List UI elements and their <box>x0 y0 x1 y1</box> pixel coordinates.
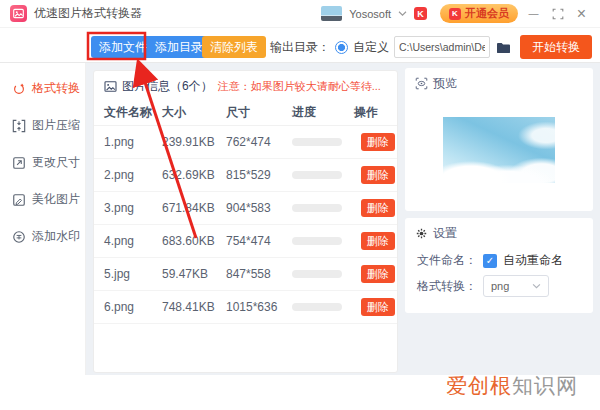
naming-setting-row: 文件命名： 自动重命名 <box>405 249 593 272</box>
watermark-suffix: 知识网 <box>512 374 578 397</box>
file-name: 4.png <box>104 234 162 248</box>
start-convert-button[interactable]: 开始转换 <box>520 35 592 59</box>
progress-bar <box>292 303 342 311</box>
avatar[interactable] <box>321 6 342 21</box>
delete-button[interactable]: 删除 <box>361 133 395 151</box>
delete-button[interactable]: 删除 <box>361 298 395 316</box>
clear-list-button[interactable]: 清除列表 <box>202 36 266 58</box>
progress-bar <box>292 171 342 179</box>
sidebar-item-label: 格式转换 <box>32 80 80 97</box>
file-dimension: 754*474 <box>226 234 292 248</box>
sidebar-item-image-compress[interactable]: 图片压缩 <box>0 107 85 144</box>
table-row: 4.png 683.60KB 754*474 删除 <box>94 225 397 258</box>
convert-icon <box>12 82 26 96</box>
file-name: 3.png <box>104 201 162 215</box>
transparency-checkerboard <box>411 95 587 205</box>
col-dimension: 尺寸 <box>226 104 292 121</box>
resize-icon <box>12 156 26 170</box>
progress-bar <box>292 270 342 278</box>
chevron-down-icon[interactable] <box>398 10 407 17</box>
sidebar-item-beautify[interactable]: 美化图片 <box>0 181 85 218</box>
brand-badge-icon <box>414 7 427 20</box>
compress-icon <box>12 119 26 133</box>
file-dimension: 815*529 <box>226 168 292 182</box>
output-path-input[interactable] <box>394 36 490 58</box>
add-file-button[interactable]: 添加文件 <box>91 36 155 58</box>
sidebar-item-label: 图片压缩 <box>32 117 80 134</box>
sidebar-item-label: 添加水印 <box>32 228 80 245</box>
sidebar-item-format-convert[interactable]: 格式转换 <box>0 70 85 107</box>
file-name: 6.png <box>104 300 162 314</box>
table-header: 文件名称 大小 尺寸 进度 操作 <box>94 100 397 126</box>
file-size: 683.60KB <box>162 234 226 248</box>
vip-label: 开通会员 <box>465 6 509 21</box>
output-directory-group: 输出目录： 自定义 开始转换 <box>270 35 592 59</box>
image-info-icon <box>104 81 117 92</box>
format-label: 格式转换： <box>417 278 477 295</box>
beautify-icon <box>12 193 26 207</box>
col-name: 文件名称 <box>104 104 162 121</box>
preview-title: 预览 <box>433 75 457 92</box>
close-button[interactable] <box>573 5 590 23</box>
file-name: 5.jpg <box>104 267 162 281</box>
auto-rename-label[interactable]: 自动重命名 <box>503 252 563 269</box>
file-size: 671.84KB <box>162 201 226 215</box>
file-dimension: 1015*636 <box>226 300 292 314</box>
file-list-panel: 图片信息（6个） 注意：如果图片较大请耐心等待... 文件名称 大小 尺寸 进度… <box>93 70 398 373</box>
sidebar-item-label: 更改尺寸 <box>32 154 80 171</box>
vip-brand-icon <box>449 8 461 20</box>
progress-bar <box>292 204 342 212</box>
site-watermark: 爱创根知识网 <box>446 372 578 400</box>
watermark-icon <box>12 230 26 244</box>
username[interactable]: Yososoft <box>349 8 391 20</box>
sidebar-item-resize[interactable]: 更改尺寸 <box>0 144 85 181</box>
file-list-title: 图片信息（6个） <box>122 78 213 95</box>
col-size: 大小 <box>162 104 226 121</box>
app-logo-icon <box>10 5 27 22</box>
preview-panel: 预览 <box>405 68 593 211</box>
table-row: 6.png 748.41KB 1015*636 删除 <box>94 291 397 324</box>
file-dimension: 847*558 <box>226 267 292 281</box>
folder-icon <box>497 43 510 53</box>
watermark-brand: 爱创根 <box>446 374 512 397</box>
chevron-down-icon <box>532 283 541 289</box>
sidebar: 格式转换 图片压缩 更改尺寸 美化图片 添加水印 <box>0 63 86 375</box>
file-list-notice: 注意：如果图片较大请耐心等待... <box>218 79 381 94</box>
table-row: 1.png 239.91KB 762*474 删除 <box>94 126 397 159</box>
preview-image <box>443 117 555 183</box>
auto-rename-checkbox[interactable] <box>483 254 497 268</box>
file-size: 59.47KB <box>162 267 226 281</box>
file-dimension: 762*474 <box>226 135 292 149</box>
delete-button[interactable]: 删除 <box>361 166 395 184</box>
delete-button[interactable]: 删除 <box>361 265 395 283</box>
col-progress: 进度 <box>292 104 354 121</box>
window-title: 优速图片格式转换器 <box>34 5 142 22</box>
settings-panel: 设置 文件命名： 自动重命名 格式转换： png <box>405 218 593 313</box>
settings-title: 设置 <box>433 225 457 242</box>
custom-radio-label[interactable]: 自定义 <box>353 39 389 56</box>
sidebar-item-watermark[interactable]: 添加水印 <box>0 218 85 255</box>
custom-radio[interactable] <box>335 41 348 54</box>
file-list-header: 图片信息（6个） 注意：如果图片较大请耐心等待... <box>94 71 397 100</box>
table-row: 3.png 671.84KB 904*583 删除 <box>94 192 397 225</box>
progress-bar <box>292 138 342 146</box>
progress-bar <box>292 237 342 245</box>
format-value: png <box>491 280 509 292</box>
format-dropdown[interactable]: png <box>483 275 549 297</box>
sidebar-item-label: 美化图片 <box>32 191 80 208</box>
table-row: 2.png 632.69KB 815*529 删除 <box>94 159 397 192</box>
settings-header: 设置 <box>405 218 593 249</box>
file-name: 1.png <box>104 135 162 149</box>
maximize-button[interactable] <box>549 5 566 23</box>
file-dimension: 904*583 <box>226 201 292 215</box>
browse-folder-button[interactable] <box>495 41 512 54</box>
delete-button[interactable]: 删除 <box>361 232 395 250</box>
delete-button[interactable]: 删除 <box>361 199 395 217</box>
preview-eye-icon <box>415 77 428 90</box>
file-size: 632.69KB <box>162 168 226 182</box>
vip-button[interactable]: 开通会员 <box>440 4 518 23</box>
minimize-button[interactable] <box>525 5 542 23</box>
format-setting-row: 格式转换： png <box>405 272 593 300</box>
titlebar: 优速图片格式转换器 Yososoft 开通会员 <box>0 0 600 28</box>
file-size: 239.91KB <box>162 135 226 149</box>
